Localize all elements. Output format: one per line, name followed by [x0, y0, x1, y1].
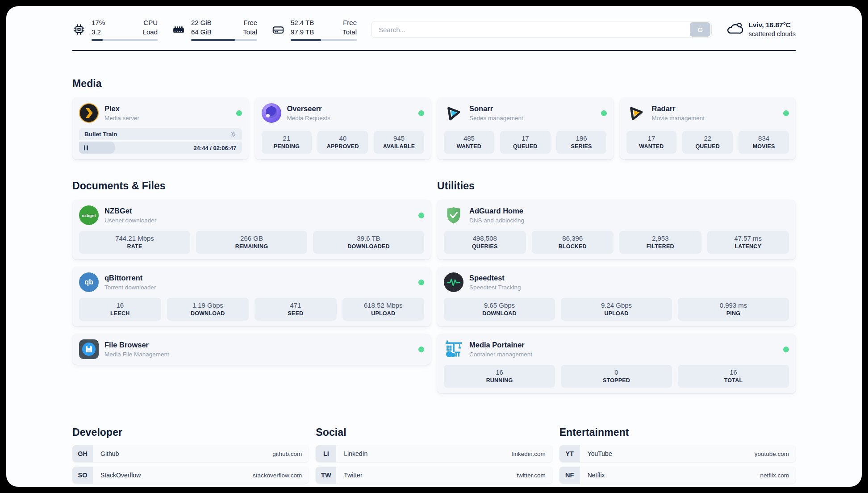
portainer-icon: [444, 339, 463, 359]
app-title: File Browser: [104, 341, 169, 350]
app-title: Sonarr: [469, 104, 523, 113]
media-grid: Plex Media server Bullet Train: [72, 97, 796, 159]
search-input[interactable]: [371, 21, 712, 38]
header-divider: [72, 50, 796, 51]
status-dot: [783, 110, 789, 116]
plex-icon: [79, 103, 99, 123]
stat-available: 945 AVAILABLE: [374, 131, 424, 154]
disk-widget-text: 52.4 TB 97.9 TB Free Total: [291, 18, 357, 41]
bookmark-label: StackOverflow: [100, 472, 141, 479]
cpu-values: 17% 3.2: [92, 18, 105, 37]
stat-pending: 21 PENDING: [262, 131, 312, 154]
bookmark-label: YouTube: [588, 450, 612, 457]
status-dot: [418, 347, 424, 352]
app-subtitle: Usenet downloader: [104, 217, 156, 224]
memory-icon: [172, 23, 185, 36]
disk-values: 52.4 TB 97.9 TB: [291, 18, 314, 37]
filebrowser-icon: [79, 339, 99, 359]
radarr-card[interactable]: Radarr Movie management 17 WANTED 22 QUE…: [620, 97, 796, 159]
cpu-progress-bar: [92, 39, 158, 41]
stat-rate: 744.21 Mbps RATE: [79, 231, 190, 254]
bookmark-url: youtube.com: [755, 451, 789, 457]
stat-latency: 47.57 ms LATENCY: [707, 231, 789, 254]
bookmark-label: Twitter: [344, 472, 362, 479]
disk-icon: [271, 23, 285, 36]
weather-condition: scattered clouds: [748, 30, 796, 39]
bookmark-url: stackoverflow.com: [253, 472, 302, 479]
stat-upload: 618.52 Mbps UPLOAD: [342, 298, 425, 321]
search-engine-button[interactable]: G: [690, 22, 710, 37]
adguard-icon: [444, 205, 463, 225]
bookmark-url: twitter.com: [517, 472, 546, 479]
dashboard-content: 17% 3.2 CPU Load: [6, 18, 862, 487]
overseerr-card[interactable]: Overseerr Media Requests 21 PENDING 40 A…: [255, 97, 431, 159]
scattered-clouds-icon: [726, 21, 743, 38]
adguard-card[interactable]: AdGuard Home DNS and adblocking 498,508 …: [437, 200, 796, 259]
stat-ping: 0.993 ms PING: [678, 298, 789, 321]
weather-text: Lviv, 16.87°C scattered clouds: [748, 21, 796, 38]
plex-card[interactable]: Plex Media server Bullet Train: [72, 97, 249, 159]
stat-series: 196 SERIES: [556, 131, 607, 154]
app-title: Overseerr: [287, 104, 331, 113]
section-developer: Developer GH Github github.com SO StackO…: [72, 426, 309, 487]
cpu-labels: CPU Load: [143, 18, 158, 37]
bookmark-badge: NF: [559, 467, 580, 484]
memory-widget-text: 22 GiB 64 GiB Free Total: [191, 18, 257, 41]
stat-filtered: 2,953 FILTERED: [619, 231, 701, 254]
stat-stopped: 0 STOPPED: [561, 365, 672, 388]
stat-download: 9.65 Gbps DOWNLOAD: [444, 298, 555, 321]
cpu-icon: [72, 23, 86, 36]
qbittorrent-icon-text: qb: [84, 278, 93, 286]
stat-upload: 9.24 Gbps UPLOAD: [561, 298, 672, 321]
stat-remaining: 266 GB REMAINING: [196, 231, 307, 254]
app-subtitle: Media server: [104, 115, 139, 121]
section-title-entertainment: Entertainment: [559, 426, 796, 439]
section-documents: Documents & Files nzbget NZBGet Usenet d…: [72, 180, 431, 372]
app-subtitle: Movie management: [652, 115, 705, 121]
stat-download: 1.19 Gbps DOWNLOAD: [167, 298, 249, 321]
bookmark-github[interactable]: GH Github github.com: [72, 445, 309, 462]
bookmark-netflix[interactable]: NF Netflix netflix.com: [559, 467, 796, 484]
app-title: Speedtest: [469, 274, 521, 283]
pause-icon[interactable]: [84, 145, 88, 150]
memory-labels: Free Total: [243, 18, 257, 37]
bookmark-linkedin[interactable]: LI LinkedIn linkedin.com: [316, 445, 552, 462]
cpu-progress-fill: [92, 39, 103, 41]
app-subtitle: Media Requests: [287, 115, 331, 121]
app-title: AdGuard Home: [469, 207, 524, 216]
speedtest-card[interactable]: Speedtest Speedtest Tracking 9.65 Gbps D…: [437, 267, 796, 326]
app-subtitle: DNS and adblocking: [469, 217, 524, 224]
qbittorrent-icon: qb: [79, 272, 99, 292]
stat-queries: 498,508 QUERIES: [444, 231, 526, 254]
section-utilities: Utilities: [437, 180, 796, 401]
stat-total: 16 TOTAL: [678, 365, 789, 388]
bookmark-url: netflix.com: [760, 472, 789, 479]
status-dot: [418, 110, 424, 116]
search-bar: G: [371, 21, 712, 38]
nzbget-card[interactable]: nzbget NZBGet Usenet downloader 744.21 M…: [72, 200, 431, 259]
stat-wanted: 485 WANTED: [444, 131, 494, 154]
memory-progress-bar: [191, 39, 257, 41]
sonarr-card[interactable]: Sonarr Series management 485 WANTED 17 Q…: [437, 97, 613, 159]
app-title: Radarr: [652, 104, 705, 113]
app-subtitle: Container management: [469, 351, 532, 358]
playback-time: 24:44 / 02:06:47: [193, 144, 236, 151]
now-playing-title: Bullet Train: [84, 131, 117, 138]
player-settings-gear-icon[interactable]: [230, 131, 237, 138]
memory-values: 22 GiB 64 GiB: [191, 18, 212, 37]
bookmark-stackoverflow[interactable]: SO StackOverflow stackoverflow.com: [72, 467, 309, 484]
status-dot: [236, 110, 242, 116]
status-dot: [418, 213, 424, 218]
cpu-widget-text: 17% 3.2 CPU Load: [92, 18, 158, 41]
bookmark-twitter[interactable]: TW Twitter twitter.com: [316, 467, 552, 484]
filebrowser-card[interactable]: File Browser Media File Management: [72, 334, 431, 365]
nzbget-icon-text: nzbget: [82, 213, 96, 218]
sonarr-icon: [444, 103, 463, 123]
section-media: Media Plex Media server: [72, 78, 796, 159]
bookmark-youtube[interactable]: YT YouTube youtube.com: [559, 445, 796, 462]
bookmark-badge: TW: [316, 467, 336, 484]
portainer-card[interactable]: Media Portainer Container management 16 …: [437, 334, 796, 393]
app-subtitle: Torrent downloader: [104, 284, 156, 291]
status-dot: [601, 110, 607, 116]
qbittorrent-card[interactable]: qb qBittorrent Torrent downloader 16 LEE…: [72, 267, 431, 326]
